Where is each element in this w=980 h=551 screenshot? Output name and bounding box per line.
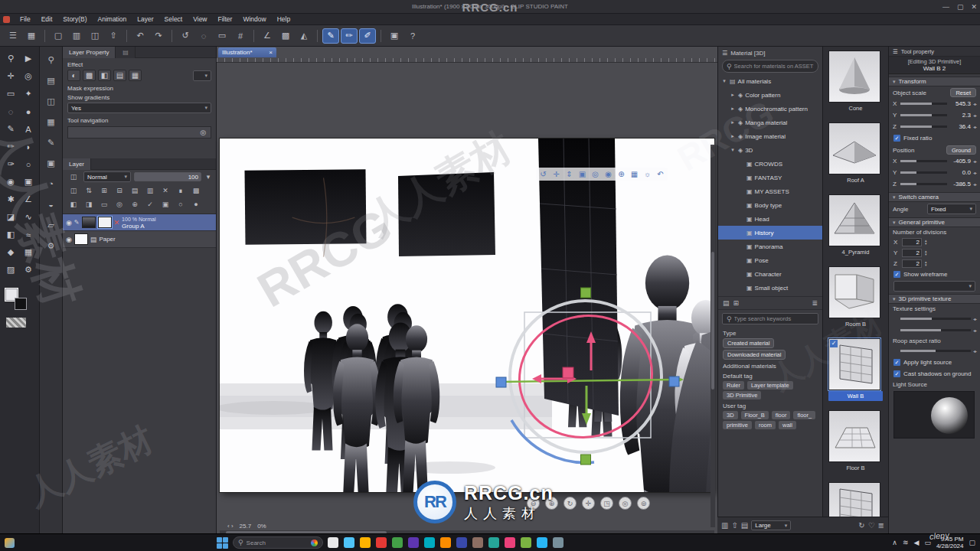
section-switch-camera[interactable]: ▾Switch camera <box>889 192 980 202</box>
text-tool-icon[interactable]: A <box>21 122 36 136</box>
select-area-icon[interactable]: ▭ <box>214 28 230 44</box>
pen-tool-icon[interactable]: ✎ <box>322 28 339 44</box>
tree-item-small-object[interactable]: ▣Small object <box>718 281 822 295</box>
tree-arrow-icon[interactable]: ▾ <box>730 147 736 153</box>
crop-icon[interactable]: # <box>232 28 249 44</box>
snap-ruler-icon[interactable]: ∠ <box>259 28 276 44</box>
material-search-input[interactable] <box>734 63 814 70</box>
apply-light-row[interactable]: ✓ Apply light source <box>889 357 980 368</box>
magnifier-icon[interactable]: ⚲ <box>44 53 59 67</box>
root-move-icon[interactable]: ⊕ <box>616 168 627 180</box>
tree-item-crowds[interactable]: ▣CROWDS <box>718 157 822 171</box>
keyword-search-box[interactable]: ⚲ <box>722 313 818 324</box>
merge-icon[interactable]: ⊕ <box>128 199 142 210</box>
taskbar-app-icon[interactable] <box>328 537 338 548</box>
material-thumb-room-b[interactable]: Room B <box>823 262 888 334</box>
color-set-icon[interactable]: ▱ <box>44 218 59 232</box>
rotate-object-icon[interactable]: ◎ <box>619 497 632 510</box>
refresh-icon[interactable]: ↻ <box>858 521 864 530</box>
reference-icon[interactable]: ◨ <box>82 199 96 210</box>
gizmo-handle-top[interactable] <box>581 288 591 298</box>
axis-slider[interactable] <box>900 171 947 174</box>
axis-value[interactable]: 2.3 <box>949 112 971 119</box>
tree-item-color-pattern[interactable]: ▸◈Color pattern <box>718 88 822 102</box>
axis-value[interactable]: -405.9 <box>949 158 971 165</box>
redo-icon[interactable]: ↷ <box>150 28 167 44</box>
selection-tool-icon[interactable]: ▭ <box>3 86 18 101</box>
background-color-swatch[interactable] <box>15 298 27 310</box>
help-icon[interactable]: ? <box>404 28 421 44</box>
frame-icon[interactable]: ▣ <box>44 156 59 170</box>
axis-slider[interactable] <box>900 160 947 162</box>
taskbar-search-input[interactable] <box>247 540 308 546</box>
taskbar-app-icon[interactable] <box>488 537 499 548</box>
taskbar-app-icon[interactable] <box>440 537 451 548</box>
gizmo-handle-center[interactable] <box>563 367 573 378</box>
new-folder-icon[interactable]: ▤ <box>128 185 142 196</box>
fill-tool-icon[interactable]: ◆ <box>3 245 18 259</box>
taskbar-app-icon[interactable] <box>521 537 531 548</box>
tree-item-all-materials[interactable]: ▾▤All materials <box>718 74 822 88</box>
tab-extra-icon[interactable]: ▤ <box>116 47 136 58</box>
start-button[interactable] <box>217 537 228 549</box>
zoom-in-icon[interactable]: ⊕ <box>545 497 558 510</box>
material-palette-icon[interactable]: ▣ <box>386 28 403 44</box>
menu-filter[interactable]: Filter <box>213 15 238 23</box>
paper-icon[interactable]: ▥ <box>143 185 157 196</box>
extract-line-icon[interactable]: ▤ <box>113 70 126 81</box>
menu-file[interactable]: File <box>15 15 36 23</box>
pencil-tool-icon[interactable]: ✏ <box>3 139 18 154</box>
zoom-tool-icon[interactable]: ⚲ <box>3 51 18 66</box>
open-file-icon[interactable]: ▥ <box>68 28 85 44</box>
menu-layer[interactable]: Layer <box>132 15 158 23</box>
snap-grid-icon[interactable]: ▩ <box>277 28 294 44</box>
menu-help[interactable]: Help <box>272 15 296 23</box>
tab-layer-property[interactable]: Layer Property <box>63 47 116 58</box>
wand-tool-icon[interactable]: ✦ <box>21 86 36 101</box>
layer-thumbnail[interactable] <box>82 217 96 228</box>
division-value[interactable]: 2 <box>902 238 922 246</box>
brush-settings-icon[interactable]: ✎ <box>44 135 59 149</box>
expression-color-icon[interactable]: ▦ <box>129 70 142 81</box>
spinner-icon[interactable]: ▴▾ <box>925 239 927 245</box>
camera-preset-dropdown[interactable]: ▾ <box>893 281 975 292</box>
balloon-tool-icon[interactable]: ◗ <box>21 139 36 154</box>
camera-pan-icon[interactable]: ✛ <box>550 168 562 180</box>
taskbar-search[interactable]: ⚲ <box>233 536 323 549</box>
weather-widget-icon[interactable] <box>5 538 15 548</box>
user-tag-primitive[interactable]: primitive <box>723 421 752 429</box>
material-thumb-floor-b[interactable]: Floor B <box>823 406 888 478</box>
history-icon[interactable]: ◔ <box>44 177 59 191</box>
tree-item-my-assets[interactable]: ▣MY ASSETS <box>718 184 822 198</box>
material-thumb-roof-a[interactable]: Roof A <box>823 119 888 191</box>
transparent-color-icon[interactable] <box>6 318 26 328</box>
new-layer-icon[interactable]: ◫ <box>67 185 80 196</box>
reset-pose-icon[interactable]: ↶ <box>655 168 666 180</box>
tree-item-history[interactable]: ▣History <box>718 226 822 240</box>
stepper-icon[interactable]: ◂▸ <box>973 112 976 118</box>
panel-menu-icon[interactable]: ☰ <box>722 50 727 57</box>
operation-tool-icon[interactable]: ▶ <box>21 51 36 66</box>
layer-row-group-a[interactable]: ◉✎✕100 % NormalGroup A <box>63 214 216 231</box>
material-thumb-4-pyramid[interactable]: 4_Pyramid <box>823 191 888 262</box>
layer-thumbnail[interactable] <box>74 233 88 245</box>
user-tag-room[interactable]: room <box>755 421 776 429</box>
stepper-icon[interactable]: ◂▸ <box>973 170 976 175</box>
layer-color-icon[interactable]: ◧ <box>98 70 111 81</box>
close-button[interactable]: ✕ <box>971 3 977 11</box>
subview-icon[interactable]: ◫ <box>44 94 59 108</box>
taskbar-app-icon[interactable] <box>408 537 419 548</box>
target-icon[interactable]: ◎ <box>113 199 126 210</box>
blend-mode-dropdown[interactable]: Normal▾ <box>83 171 131 182</box>
camera-angle-icon[interactable]: ◉ <box>603 168 614 180</box>
gizmo-handle-left[interactable] <box>496 377 506 387</box>
taskbar-app-icon[interactable] <box>505 537 515 548</box>
tone-icon[interactable]: ▩ <box>189 185 203 196</box>
object-rotate-icon[interactable]: ◎ <box>590 168 601 180</box>
stepper-icon[interactable]: ◂▸ <box>973 181 976 187</box>
folder-add-icon[interactable]: ⊞ <box>733 299 740 307</box>
taskbar-app-icon[interactable] <box>344 537 354 548</box>
menu-select[interactable]: Select <box>159 15 188 23</box>
taskbar-app-icon[interactable] <box>456 537 467 548</box>
axis-value[interactable]: 545.3 <box>949 100 971 107</box>
